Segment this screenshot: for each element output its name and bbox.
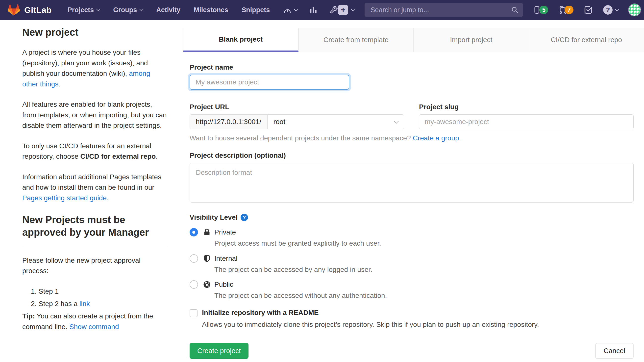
wrench-icon (330, 6, 338, 14)
merge-requests-button[interactable]: 7 (558, 6, 574, 14)
readme-description: Allows you to immediately clone this pro… (202, 321, 634, 328)
cicd-paragraph: To only use CI/CD features for an extern… (22, 141, 168, 162)
project-name-input[interactable] (190, 75, 349, 90)
page-title: New project (22, 27, 168, 38)
step-2-text: Step 2 has a (38, 300, 80, 307)
visibility-radio-public[interactable] (190, 280, 198, 289)
issues-count-badge: 5 (539, 6, 548, 14)
approval-intro: Please follow the new project approval p… (22, 255, 168, 276)
visibility-radio-private[interactable] (190, 228, 198, 236)
nav-item-projects-label: Projects (68, 6, 94, 14)
nav-item-groups-label: Groups (113, 6, 137, 14)
visibility-name-internal[interactable]: Internal (214, 254, 634, 262)
gitlab-logo[interactable]: GitLab (8, 4, 52, 16)
tip-bold: Tip: (22, 312, 35, 320)
project-url-label: Project URL (190, 103, 404, 111)
pages-guide-link[interactable]: Pages getting started guide (22, 194, 107, 202)
dashboard-menu-button[interactable] (283, 6, 297, 14)
url-prefix-addon: http://127.0.0.1:3001/ (190, 114, 267, 129)
nav-item-projects[interactable]: Projects (68, 6, 100, 14)
admin-area-button[interactable] (330, 6, 338, 14)
tanuki-icon (8, 4, 20, 16)
intro-period: . (58, 80, 60, 88)
gitlab-wordmark: GitLab (24, 5, 52, 15)
description-textarea[interactable] (190, 163, 634, 203)
intro-paragraph: A project is where you house your files … (22, 47, 168, 89)
todos-button[interactable] (584, 6, 593, 14)
approval-title: New Projects must be approved by your Ma… (22, 213, 168, 239)
nav-item-activity[interactable]: Activity (156, 6, 180, 14)
project-slug-label: Project slug (419, 103, 634, 111)
project-type-tabs: Blank project Create from template Impor… (183, 28, 644, 52)
visibility-help-icon[interactable]: ? (240, 214, 248, 221)
namespace-select[interactable]: root (267, 114, 404, 129)
globe-icon (202, 280, 211, 289)
visibility-desc-private: Project access must be granted explicitl… (214, 239, 634, 248)
page: GitLab Projects Groups Activity Mileston… (0, 0, 644, 362)
new-menu-button[interactable]: + (338, 5, 354, 15)
create-group-link[interactable]: Create a group. (413, 134, 461, 142)
search-input[interactable] (364, 3, 523, 17)
tab-cicd-external-repo[interactable]: CI/CD for external repo (529, 28, 644, 52)
visibility-name-private[interactable]: Private (214, 228, 634, 236)
lock-icon (202, 228, 211, 237)
project-url-column: Project URL http://127.0.0.1:3001/ root (190, 103, 404, 129)
chevron-down-icon (615, 7, 619, 11)
readme-row: Initialize repository with a README Allo… (190, 309, 634, 328)
visibility-name-public[interactable]: Public (214, 280, 634, 288)
visibility-option-private: Private Project access must be granted e… (190, 228, 634, 248)
help-button[interactable]: ? (603, 5, 618, 15)
nav-item-activity-label: Activity (156, 6, 180, 14)
new-project-form: Project name Project URL http://127.0.0.… (183, 52, 644, 362)
cancel-button[interactable]: Cancel (595, 343, 634, 359)
readme-checkbox[interactable] (190, 309, 198, 317)
show-command-link[interactable]: Show command (69, 323, 119, 330)
nav-item-snippets[interactable]: Snippets (242, 6, 270, 14)
visibility-desc-public: The project can be accessed without any … (214, 291, 634, 300)
project-name-label: Project name (190, 63, 634, 71)
namespace-value: root (274, 118, 285, 126)
cicd-period: . (156, 153, 158, 160)
tab-blank-project[interactable]: Blank project (183, 28, 298, 52)
tab-create-from-template[interactable]: Create from template (298, 28, 414, 52)
chevron-down-icon (140, 7, 144, 11)
visibility-radio-internal[interactable] (190, 254, 198, 263)
project-slug-column: Project slug (419, 103, 634, 129)
readme-label[interactable]: Initialize repository with a README (202, 309, 634, 317)
user-avatar[interactable] (626, 2, 643, 18)
url-slug-row: Project URL http://127.0.0.1:3001/ root … (190, 103, 634, 129)
step-2-link[interactable]: link (80, 300, 90, 307)
project-slug-input[interactable] (419, 114, 634, 129)
chevron-down-icon (96, 7, 100, 11)
search-icon[interactable] (511, 6, 518, 14)
step-1-text: Step 1 (38, 287, 59, 295)
todo-check-icon (584, 6, 593, 14)
chevron-down-icon (294, 7, 298, 11)
chevron-down-icon (394, 119, 398, 123)
visibility-option-public: Public The project can be accessed witho… (190, 280, 634, 300)
navbar-right-group: + 5 (338, 3, 640, 17)
top-navbar: GitLab Projects Groups Activity Mileston… (0, 0, 644, 20)
help-icon: ? (603, 5, 612, 15)
sidebar-divider (22, 246, 168, 246)
create-project-button[interactable]: Create project (190, 343, 248, 359)
global-search (364, 3, 523, 17)
list-item: Step 2 has a link (38, 299, 168, 309)
nav-item-groups[interactable]: Groups (113, 6, 143, 14)
nav-item-snippets-label: Snippets (242, 6, 270, 14)
nav-item-milestones[interactable]: Milestones (194, 6, 228, 14)
visibility-label: Visibility Level (190, 213, 238, 221)
merge-requests-count-badge: 7 (564, 6, 574, 14)
namespace-hint-text: Want to house several dependent projects… (190, 134, 413, 142)
approval-steps: Step 1 Step 2 has a link (22, 286, 168, 309)
visibility-desc-internal: The project can be accessed by any logge… (214, 265, 634, 274)
plus-icon: + (338, 5, 348, 15)
features-paragraph: All features are enabled for blank proje… (22, 99, 168, 131)
namespace-hint: Want to house several dependent projects… (190, 134, 634, 142)
sidebar: New project A project is where you house… (22, 27, 168, 332)
chevron-down-icon (351, 7, 355, 11)
analytics-button[interactable] (309, 6, 318, 14)
tab-import-project[interactable]: Import project (414, 28, 529, 52)
form-actions: Create project Cancel (190, 343, 634, 359)
issues-button[interactable]: 5 (533, 6, 548, 14)
